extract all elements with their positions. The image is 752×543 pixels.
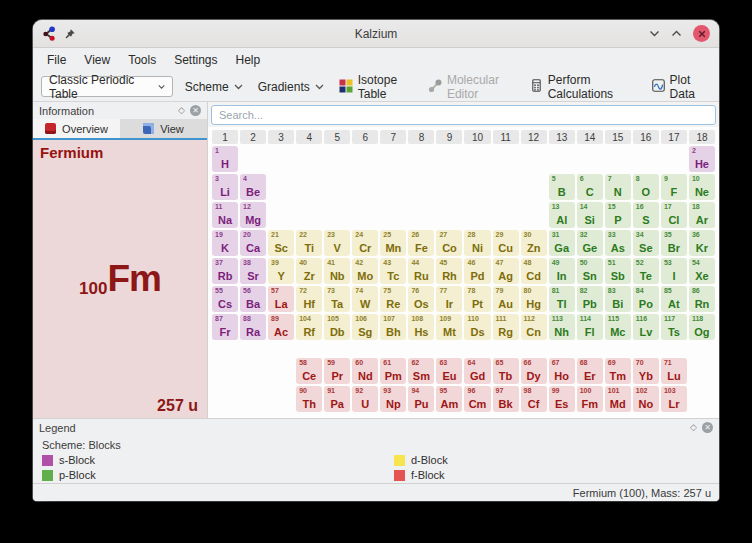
group-header-17[interactable]: 17 <box>661 130 687 144</box>
element-dy[interactable]: 66Dy <box>521 358 547 384</box>
menu-help[interactable]: Help <box>227 50 270 70</box>
element-tm[interactable]: 69Tm <box>605 358 631 384</box>
element-rf[interactable]: 104Rf <box>296 314 322 340</box>
element-rb[interactable]: 37Rb <box>212 258 238 284</box>
element-am[interactable]: 95Am <box>436 386 462 412</box>
group-header-5[interactable]: 5 <box>324 130 350 144</box>
element-b[interactable]: 5B <box>549 174 575 200</box>
group-header-4[interactable]: 4 <box>296 130 322 144</box>
element-la[interactable]: 57La <box>268 286 294 312</box>
element-ag[interactable]: 47Ag <box>493 258 519 284</box>
element-po[interactable]: 84Po <box>633 286 659 312</box>
tab-view[interactable]: View <box>120 119 207 138</box>
element-nb[interactable]: 41Nb <box>324 258 350 284</box>
dock-close-icon[interactable]: ✕ <box>190 105 201 116</box>
element-at[interactable]: 85At <box>661 286 687 312</box>
element-as[interactable]: 33As <box>605 230 631 256</box>
element-mn[interactable]: 25Mn <box>380 230 406 256</box>
dock-float-icon[interactable]: ◇ <box>178 106 185 115</box>
element-be[interactable]: 4Be <box>240 174 266 200</box>
tab-overview[interactable]: Overview <box>33 119 120 138</box>
element-hg[interactable]: 80Hg <box>521 286 547 312</box>
element-ho[interactable]: 67Ho <box>549 358 575 384</box>
group-header-14[interactable]: 14 <box>577 130 603 144</box>
element-sn[interactable]: 50Sn <box>577 258 603 284</box>
element-rg[interactable]: 111Rg <box>493 314 519 340</box>
table-type-select[interactable]: Classic Periodic Table <box>41 76 173 97</box>
element-cr[interactable]: 24Cr <box>352 230 378 256</box>
close-button[interactable] <box>693 25 710 42</box>
group-header-16[interactable]: 16 <box>633 130 659 144</box>
element-au[interactable]: 79Au <box>493 286 519 312</box>
element-rn[interactable]: 86Rn <box>689 286 715 312</box>
element-al[interactable]: 13Al <box>549 202 575 228</box>
group-header-18[interactable]: 18 <box>689 130 715 144</box>
element-bi[interactable]: 83Bi <box>605 286 631 312</box>
element-mo[interactable]: 42Mo <box>352 258 378 284</box>
element-u[interactable]: 92U <box>352 386 378 412</box>
element-fe[interactable]: 26Fe <box>408 230 434 256</box>
element-ba[interactable]: 56Ba <box>240 286 266 312</box>
element-pa[interactable]: 91Pa <box>324 386 350 412</box>
element-lv[interactable]: 116Lv <box>633 314 659 340</box>
element-cf[interactable]: 98Cf <box>521 386 547 412</box>
group-header-12[interactable]: 12 <box>521 130 547 144</box>
element-ac[interactable]: 89Ac <box>268 314 294 340</box>
element-bh[interactable]: 107Bh <box>380 314 406 340</box>
element-es[interactable]: 99Es <box>549 386 575 412</box>
minimize-button[interactable] <box>649 30 660 37</box>
element-in[interactable]: 49In <box>549 258 575 284</box>
element-li[interactable]: 3Li <box>212 174 238 200</box>
element-cs[interactable]: 55Cs <box>212 286 238 312</box>
element-cl[interactable]: 17Cl <box>661 202 687 228</box>
maximize-button[interactable] <box>671 30 682 37</box>
element-lr[interactable]: 103Lr <box>661 386 687 412</box>
element-ru[interactable]: 44Ru <box>408 258 434 284</box>
gradients-menu-button[interactable]: Gradients <box>255 78 327 96</box>
element-co[interactable]: 27Co <box>436 230 462 256</box>
element-n[interactable]: 7N <box>605 174 631 200</box>
element-c[interactable]: 6C <box>577 174 603 200</box>
element-pd[interactable]: 46Pd <box>464 258 490 284</box>
menu-tools[interactable]: Tools <box>119 50 165 70</box>
element-sr[interactable]: 38Sr <box>240 258 266 284</box>
menu-file[interactable]: File <box>38 50 75 70</box>
group-header-10[interactable]: 10 <box>464 130 490 144</box>
element-te[interactable]: 52Te <box>633 258 659 284</box>
element-sc[interactable]: 21Sc <box>268 230 294 256</box>
group-header-1[interactable]: 1 <box>212 130 238 144</box>
element-cn[interactable]: 112Cn <box>521 314 547 340</box>
element-na[interactable]: 11Na <box>212 202 238 228</box>
element-os[interactable]: 76Os <box>408 286 434 312</box>
element-ta[interactable]: 73Ta <box>324 286 350 312</box>
group-header-15[interactable]: 15 <box>605 130 631 144</box>
group-header-8[interactable]: 8 <box>408 130 434 144</box>
element-ce[interactable]: 58Ce <box>296 358 322 384</box>
element-br[interactable]: 35Br <box>661 230 687 256</box>
group-header-9[interactable]: 9 <box>436 130 462 144</box>
element-cm[interactable]: 96Cm <box>464 386 490 412</box>
element-bk[interactable]: 97Bk <box>493 386 519 412</box>
element-hf[interactable]: 72Hf <box>296 286 322 312</box>
element-tc[interactable]: 43Tc <box>380 258 406 284</box>
element-ts[interactable]: 117Ts <box>661 314 687 340</box>
dock-close-icon[interactable]: ✕ <box>702 422 713 433</box>
element-mc[interactable]: 115Mc <box>605 314 631 340</box>
element-pt[interactable]: 78Pt <box>464 286 490 312</box>
element-ni[interactable]: 28Ni <box>464 230 490 256</box>
element-f[interactable]: 9F <box>661 174 687 200</box>
element-no[interactable]: 102No <box>633 386 659 412</box>
element-ge[interactable]: 32Ge <box>577 230 603 256</box>
element-fm[interactable]: 100Fm <box>577 386 603 412</box>
pin-icon[interactable] <box>64 26 79 41</box>
element-pm[interactable]: 61Pm <box>380 358 406 384</box>
element-fr[interactable]: 87Fr <box>212 314 238 340</box>
group-header-7[interactable]: 7 <box>380 130 406 144</box>
group-header-13[interactable]: 13 <box>549 130 575 144</box>
element-p[interactable]: 15P <box>605 202 631 228</box>
element-eu[interactable]: 63Eu <box>436 358 462 384</box>
element-kr[interactable]: 36Kr <box>689 230 715 256</box>
element-si[interactable]: 14Si <box>577 202 603 228</box>
element-ds[interactable]: 110Ds <box>464 314 490 340</box>
element-zn[interactable]: 30Zn <box>521 230 547 256</box>
